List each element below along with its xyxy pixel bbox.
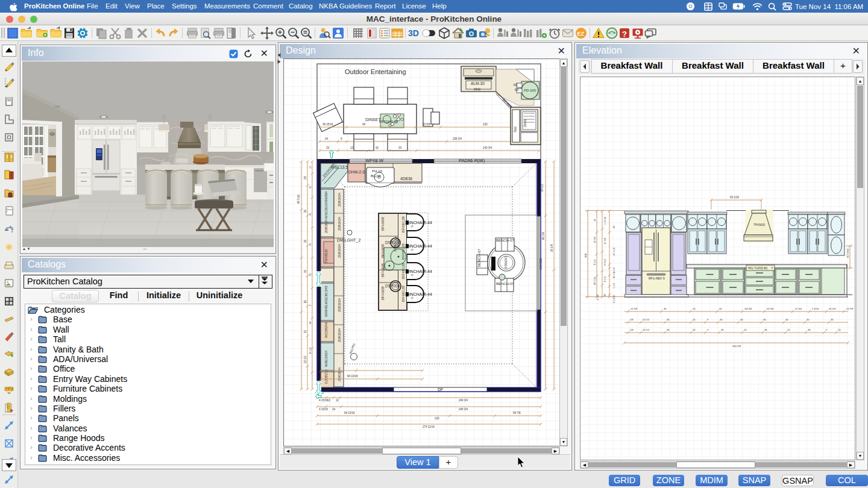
- svg-text:24: 24: [693, 307, 696, 310]
- svg-text:30: 30: [740, 318, 743, 321]
- svg-text:BFH3012B: BFH3012B: [401, 216, 405, 233]
- svg-text:2DB3034: 2DB3034: [338, 217, 341, 231]
- svg-text:3D: 3D: [408, 28, 419, 38]
- svg-text:18: 18: [593, 219, 596, 222]
- svg-text:BFH3012B: BFH3012B: [401, 286, 405, 302]
- svg-text:WCDB249: WCDB249: [324, 322, 328, 338]
- svg-text:B(L)W: B(L)W: [371, 174, 381, 178]
- svg-text:68 1/2: 68 1/2: [541, 184, 544, 192]
- svg-text:DM.LGHT_2: DM.LGHT_2: [337, 238, 360, 243]
- svg-text:2DB3034: 2DB3034: [338, 193, 341, 207]
- svg-text:1/8: 1/8: [630, 318, 634, 321]
- svg-text:TPH3630: TPH3630: [753, 224, 766, 227]
- svg-text:4 1/2: 4 1/2: [612, 297, 615, 303]
- svg-text:59 5/8: 59 5/8: [767, 307, 774, 310]
- svg-text:2DB3034: 2DB3034: [324, 219, 328, 233]
- svg-text:EZ: EZ: [577, 31, 585, 37]
- svg-text:PH-10: PH-10: [372, 169, 383, 173]
- svg-text:TRH3630: TRH3630: [324, 249, 328, 263]
- svg-text:143 3/4: 143 3/4: [483, 146, 492, 149]
- svg-text:24: 24: [309, 321, 312, 324]
- svg-text:W3618X24: W3618X24: [324, 351, 328, 367]
- svg-text:45 5/16: 45 5/16: [297, 194, 300, 204]
- svg-text:DHW-2-S: DHW-2-S: [348, 170, 365, 174]
- svg-text:20 1/2: 20 1/2: [612, 271, 615, 278]
- svg-text:236 3/4: 236 3/4: [453, 137, 462, 140]
- svg-text:24: 24: [332, 408, 336, 411]
- svg-text:245 3/4: 245 3/4: [459, 408, 468, 411]
- svg-text:FD: FD: [514, 83, 518, 87]
- svg-text:1 1/2: 1 1/2: [612, 283, 615, 289]
- svg-text:30: 30: [720, 318, 723, 321]
- svg-text:274 11/16: 274 11/16: [423, 425, 435, 428]
- svg-text:24: 24: [787, 328, 790, 331]
- svg-text:36: 36: [304, 209, 307, 213]
- svg-text:WSC13.5: WSC13.5: [331, 165, 348, 169]
- svg-text:2642: 2642: [474, 87, 480, 91]
- svg-text:30: 30: [807, 318, 810, 321]
- svg-text:30: 30: [309, 273, 312, 276]
- svg-text:24: 24: [693, 318, 696, 321]
- svg-text:BFH30B: BFH30B: [381, 286, 385, 300]
- svg-text:22 1/2: 22 1/2: [643, 328, 650, 331]
- svg-text:21 3/4: 21 3/4: [795, 307, 802, 310]
- svg-text:DINCHAIR-44: DINCHAIR-44: [406, 269, 432, 274]
- svg-text:46 3/4: 46 3/4: [542, 232, 545, 240]
- svg-text:4DB36: 4DB36: [400, 177, 412, 181]
- svg-text:WP48-W: WP48-W: [365, 158, 384, 163]
- svg-text:BENCH-07: BENCH-07: [477, 249, 481, 267]
- svg-text:30: 30: [304, 330, 307, 333]
- svg-text:20 5/8: 20 5/8: [423, 123, 430, 126]
- svg-text:W094BLWSC361545: W094BLWSC361545: [324, 286, 328, 317]
- svg-text:26 53/64: 26 53/64: [846, 248, 849, 258]
- svg-text:42: 42: [376, 146, 379, 149]
- svg-text:22 1/2: 22 1/2: [304, 355, 307, 363]
- svg-text:2 7/16: 2 7/16: [603, 258, 606, 266]
- svg-text:BENCH-07: BENCH-07: [496, 239, 514, 242]
- svg-text:36 15/16: 36 15/16: [322, 123, 333, 126]
- svg-text:24: 24: [304, 176, 307, 180]
- svg-text:13: 13: [327, 399, 331, 402]
- svg-text:18 3/4: 18 3/4: [593, 236, 596, 243]
- svg-text:36: 36: [763, 318, 766, 321]
- svg-text:33: 33: [831, 318, 834, 321]
- svg-text:36: 36: [309, 213, 312, 216]
- svg-text:FD: FD: [515, 88, 519, 92]
- svg-text:33: 33: [398, 146, 402, 149]
- svg-text:63 1/16: 63 1/16: [730, 196, 740, 199]
- svg-text:33: 33: [326, 146, 330, 149]
- svg-text:24: 24: [693, 328, 696, 331]
- svg-text:28 7/16: 28 7/16: [593, 277, 596, 285]
- svg-text:RFG-REF-5: RFG-REF-5: [649, 277, 665, 280]
- svg-text:260 5/8: 260 5/8: [732, 345, 741, 348]
- svg-text:8 1/2: 8 1/2: [603, 276, 606, 282]
- svg-text:RO42: RO42: [523, 119, 527, 127]
- svg-text:23 7/8: 23 7/8: [846, 307, 854, 310]
- svg-text:30: 30: [603, 293, 606, 296]
- svg-text:C2DB219: C2DB219: [324, 369, 328, 384]
- svg-text:PAD96-R(W): PAD96-R(W): [459, 158, 485, 163]
- svg-text:DINCHAIR-44: DINCHAIR-44: [406, 221, 432, 225]
- svg-text:36: 36: [667, 328, 670, 331]
- svg-text:2DB3034: 2DB3034: [338, 298, 341, 312]
- svg-text:4 15/16: 4 15/16: [319, 408, 329, 411]
- svg-text:120: 120: [483, 123, 488, 126]
- svg-text:40: 40: [719, 307, 722, 310]
- svg-text:45 1/8: 45 1/8: [829, 307, 836, 310]
- svg-text:DSP003: DSP003: [504, 256, 508, 269]
- svg-text:26 1/4: 26 1/4: [550, 244, 553, 252]
- svg-text:240 3/4: 240 3/4: [459, 399, 468, 402]
- svg-text:94 13/16: 94 13/16: [347, 375, 358, 378]
- svg-text:2DB3034: 2DB3034: [338, 328, 341, 342]
- svg-text:RG-TGR36-BS: RG-TGR36-BS: [749, 267, 767, 270]
- svg-text:47 1/16: 47 1/16: [612, 247, 615, 255]
- svg-text:108: 108: [584, 253, 587, 258]
- svg-text:2 3/16: 2 3/16: [812, 307, 819, 310]
- svg-text:36: 36: [764, 328, 767, 331]
- svg-text:36: 36: [667, 318, 670, 321]
- svg-text:DINCHAIR-44: DINCHAIR-44: [406, 244, 432, 248]
- svg-text:30: 30: [612, 295, 615, 298]
- svg-text:11: 11: [336, 399, 339, 402]
- svg-text:24: 24: [744, 328, 747, 331]
- svg-text:ALM-30: ALM-30: [471, 81, 485, 86]
